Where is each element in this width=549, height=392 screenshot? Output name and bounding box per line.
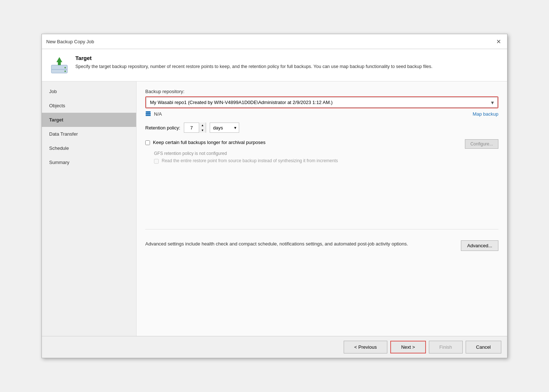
retention-spinner: 7 ▲ ▼	[184, 123, 206, 133]
header-description: Specify the target backup repository, nu…	[75, 63, 433, 70]
title-bar: New Backup Copy Job ✕	[42, 34, 507, 49]
svg-point-3	[64, 71, 66, 72]
dialog: New Backup Copy Job ✕ Target Specify the…	[42, 34, 507, 358]
advanced-button[interactable]: Advanced...	[461, 240, 498, 251]
read-restore-row: Read the entire restore point from sourc…	[154, 158, 498, 164]
na-row: N/A Map backup	[145, 111, 498, 117]
sidebar-item-objects[interactable]: Objects	[42, 99, 136, 113]
read-restore-checkbox[interactable]	[154, 159, 159, 164]
previous-button[interactable]: < Previous	[344, 341, 387, 353]
cancel-button[interactable]: Cancel	[466, 341, 501, 353]
svg-rect-7	[146, 113, 151, 115]
retention-label: Retention policy:	[145, 125, 180, 131]
configure-button[interactable]: Configure...	[465, 139, 498, 149]
repo-row: My Wasabi repo1 (Created by WIN-V4899A1D…	[145, 96, 498, 108]
spinner-down-btn[interactable]: ▼	[199, 128, 206, 133]
svg-rect-6	[146, 111, 151, 113]
days-select[interactable]: daysweeksmonths	[210, 123, 239, 133]
sidebar-item-target[interactable]: Target	[42, 113, 136, 127]
keep-full-backups-checkbox[interactable]	[145, 140, 150, 145]
dialog-title: New Backup Copy Job	[46, 39, 94, 44]
main-content: Backup repository: My Wasabi repo1 (Crea…	[137, 81, 507, 336]
sidebar-item-job[interactable]: Job	[42, 84, 136, 99]
na-text: N/A	[154, 111, 162, 117]
finish-button[interactable]: Finish	[429, 341, 463, 353]
sidebar-item-data-transfer[interactable]: Data Transfer	[42, 127, 136, 141]
sidebar-item-schedule[interactable]: Schedule	[42, 141, 136, 155]
backup-repository-label: Backup repository:	[145, 89, 498, 94]
gfs-note: GFS retention policy is not configured	[154, 151, 498, 156]
footer: < Previous Next > Finish Cancel	[42, 336, 507, 358]
close-button[interactable]: ✕	[494, 37, 503, 46]
spinner-up-btn[interactable]: ▲	[199, 123, 206, 128]
header-section: Target Specify the target backup reposit…	[42, 49, 507, 81]
header-icon	[49, 55, 70, 75]
svg-marker-4	[56, 57, 62, 62]
keep-full-backups-checkbox-row: Keep certain full backups longer for arc…	[145, 140, 465, 145]
header-text: Target Specify the target backup reposit…	[75, 55, 433, 70]
configure-btn-wrapper: Configure...	[465, 139, 498, 149]
sidebar: Job Objects Target Data Transfer Schedul…	[42, 81, 137, 336]
advanced-area: Advanced settings include health check a…	[145, 229, 498, 251]
svg-rect-8	[146, 115, 151, 116]
retention-value-input[interactable]: 7	[184, 123, 199, 132]
map-backup-link[interactable]: Map backup	[473, 111, 498, 117]
keep-full-backups-label: Keep certain full backups longer for arc…	[153, 140, 265, 145]
next-button[interactable]: Next >	[390, 341, 426, 353]
advanced-text: Advanced settings include health check a…	[145, 240, 408, 248]
days-select-wrapper: daysweeksmonths ▼	[210, 123, 239, 133]
repo-select[interactable]: My Wasabi repo1 (Created by WIN-V4899A1D…	[146, 97, 498, 108]
read-restore-label: Read the entire restore point from sourc…	[162, 158, 338, 163]
header-title: Target	[75, 55, 433, 61]
retention-row: Retention policy: 7 ▲ ▼ daysweeksmonths …	[145, 123, 498, 133]
spinner-btns: ▲ ▼	[199, 123, 206, 133]
sidebar-item-summary[interactable]: Summary	[42, 155, 136, 169]
repo-select-wrapper: My Wasabi repo1 (Created by WIN-V4899A1D…	[145, 96, 498, 108]
body: Job Objects Target Data Transfer Schedul…	[42, 81, 507, 336]
svg-rect-5	[58, 62, 61, 65]
advanced-row: Advanced settings include health check a…	[145, 240, 498, 251]
svg-point-2	[64, 67, 66, 68]
keep-full-backups-row: Keep certain full backups longer for arc…	[145, 139, 498, 149]
db-icon	[145, 111, 151, 117]
